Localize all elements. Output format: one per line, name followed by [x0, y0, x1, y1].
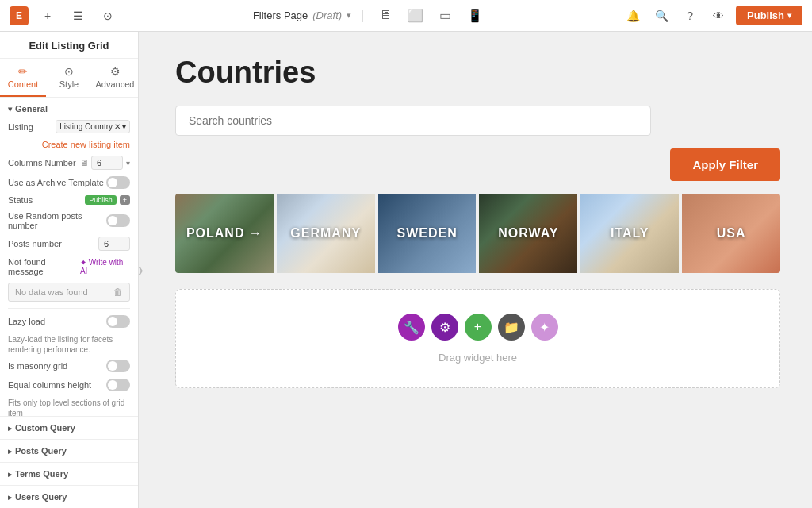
equal-columns-row: Equal columns height — [8, 379, 130, 391]
status-label: Status — [8, 195, 33, 205]
posts-number-row: Posts number — [8, 237, 130, 251]
mobile-icon[interactable]: 📱 — [462, 5, 488, 26]
sidebar-content: General Listing Listing Country ✕ ▾ Crea… — [0, 98, 138, 416]
widget-icon-wrench[interactable]: 🔧 — [398, 314, 425, 341]
page-title-bar: Filters Page (Draft) ▾ — [253, 10, 351, 21]
dropdown-arrow-icon[interactable]: ▾ — [347, 10, 351, 21]
random-posts-row: Use Random posts number — [8, 211, 130, 230]
listing-select[interactable]: Listing Country ✕ ▾ — [56, 120, 130, 133]
masonry-row: Is masonry grid — [8, 360, 130, 372]
posts-number-input[interactable] — [98, 237, 130, 251]
search-icon[interactable]: 🔍 — [650, 5, 672, 27]
help-icon[interactable]: ? — [679, 5, 701, 27]
clear-no-data-icon[interactable]: 🗑 — [113, 287, 123, 298]
add-icon[interactable]: + — [36, 5, 59, 27]
topbar-right: 🔔 🔍 ? 👁 Publish ▾ — [622, 5, 802, 27]
country-card-norway[interactable]: NORWAY — [479, 194, 577, 273]
random-posts-label: Use Random posts number — [8, 211, 106, 230]
page-heading: Countries — [175, 56, 780, 90]
write-with-ai-link[interactable]: ✦ Write with AI — [80, 258, 130, 275]
listing-select-icon: ✕ — [114, 122, 121, 131]
equal-columns-desc: Fits only top level sections of grid ite… — [8, 398, 130, 416]
listing-dropdown-icon: ▾ — [122, 122, 126, 131]
custom-query-section[interactable]: Custom Query — [0, 416, 138, 439]
masonry-toggle[interactable] — [106, 360, 130, 372]
lazy-load-row: Lazy load — [8, 315, 130, 328]
columns-label: Columns Number — [8, 158, 76, 167]
tab-style[interactable]: ⊙ Style — [46, 59, 92, 97]
country-label-usa: USA — [682, 194, 780, 273]
elementor-logo[interactable]: E — [10, 6, 29, 25]
country-label-italy: ITALY — [580, 194, 679, 273]
topbar-left: E + ☰ ⊙ — [10, 5, 119, 27]
columns-desktop-icon: 🖥 — [79, 158, 88, 167]
apply-filter-button[interactable]: Apply Filter — [670, 148, 780, 181]
widget-icons-row: 🔧 ⚙ + 📁 ✦ — [398, 314, 558, 341]
country-card-germany[interactable]: GERMANY — [277, 194, 375, 273]
general-section-title[interactable]: General — [8, 104, 130, 114]
country-label-poland: POLAND → — [175, 194, 274, 273]
tab-content[interactable]: ✏ Content — [0, 59, 46, 97]
country-card-sweden[interactable]: SWEDEN — [378, 194, 477, 273]
publish-dropdown-arrow: ▾ — [787, 11, 791, 20]
search-input[interactable] — [175, 106, 651, 136]
sidebar-resize-handle[interactable] — [139, 32, 144, 508]
archive-toggle[interactable] — [106, 176, 130, 189]
no-data-box: No data was found 🗑 — [8, 283, 130, 302]
eye-icon[interactable]: 👁 — [707, 5, 730, 27]
drag-widget-text: Drag widget here — [439, 352, 517, 364]
country-card-poland[interactable]: POLAND → — [175, 194, 274, 273]
archive-template-row: Use as Archive Template — [8, 176, 130, 189]
listing-label: Listing — [8, 122, 33, 132]
sidebar-header: Edit Listing Grid — [0, 32, 138, 59]
columns-input[interactable] — [91, 156, 123, 170]
widget-drop-zone[interactable]: 🔧 ⚙ + 📁 ✦ Drag widget here — [175, 289, 780, 388]
listing-field-row: Listing Listing Country ✕ ▾ — [8, 120, 130, 133]
archive-template-label: Use as Archive Template — [8, 178, 104, 187]
filter-btn-container: Apply Filter — [175, 148, 780, 181]
widget-icon-gear[interactable]: ⚙ — [431, 314, 458, 341]
users-query-section[interactable]: Users Query — [0, 485, 138, 508]
responsive-icons: 🖥 ⬜ ▭ 📱 — [374, 5, 488, 26]
columns-dropdown-icon[interactable]: ▾ — [126, 159, 130, 167]
publish-button[interactable]: Publish ▾ — [736, 6, 802, 25]
style-tab-icon: ⊙ — [64, 65, 74, 78]
posts-number-label: Posts number — [8, 239, 62, 248]
main-layout: Edit Listing Grid ✏ Content ⊙ Style ⚙ Ad… — [0, 32, 812, 508]
status-row: Status Publish + — [8, 195, 130, 205]
country-card-usa[interactable]: USA — [682, 194, 780, 273]
advanced-tab-icon: ⚙ — [110, 65, 121, 78]
desktop-icon[interactable]: 🖥 — [374, 5, 396, 26]
terms-query-section[interactable]: Terms Query — [0, 462, 138, 485]
settings-icon[interactable]: ⊙ — [97, 5, 119, 27]
tablet-landscape-icon[interactable]: ⬜ — [403, 5, 428, 26]
country-label-germany: GERMANY — [277, 194, 375, 273]
equal-columns-toggle[interactable] — [106, 379, 130, 391]
widget-icon-add[interactable]: + — [465, 314, 492, 341]
widget-icon-folder[interactable]: 📁 — [498, 314, 525, 341]
content-tab-icon: ✏ — [18, 65, 28, 78]
tablet-portrait-icon[interactable]: ▭ — [435, 5, 456, 26]
columns-field-row: Columns Number 🖥 ▾ — [8, 156, 130, 170]
notifications-icon[interactable]: 🔔 — [622, 5, 644, 27]
sidebar: Edit Listing Grid ✏ Content ⊙ Style ⚙ Ad… — [0, 32, 139, 508]
lazy-load-label: Lazy load — [8, 317, 45, 326]
status-add-button[interactable]: + — [120, 195, 130, 205]
list-icon[interactable]: ☰ — [67, 5, 89, 27]
topbar: E + ☰ ⊙ Filters Page (Draft) ▾ 🖥 ⬜ ▭ 📱 🔔… — [0, 0, 812, 32]
posts-query-section[interactable]: Posts Query — [0, 439, 138, 462]
lazy-load-toggle[interactable] — [106, 315, 130, 328]
tab-advanced[interactable]: ⚙ Advanced — [92, 59, 138, 97]
not-found-label: Not found message — [8, 257, 80, 276]
status-badge: Publish — [85, 195, 117, 205]
country-label-sweden: SWEDEN — [378, 194, 477, 273]
sidebar-tabs: ✏ Content ⊙ Style ⚙ Advanced — [0, 59, 138, 98]
lazy-load-desc: Lazy-load the listing for facets renderi… — [8, 334, 130, 355]
topbar-center: Filters Page (Draft) ▾ 🖥 ⬜ ▭ 📱 — [253, 5, 488, 26]
random-posts-toggle[interactable] — [106, 214, 130, 227]
equal-columns-label: Equal columns height — [8, 380, 91, 390]
widget-icon-ai[interactable]: ✦ — [531, 314, 558, 341]
create-listing-link[interactable]: Create new listing item — [8, 140, 130, 149]
country-card-italy[interactable]: ITALY — [580, 194, 679, 273]
masonry-label: Is masonry grid — [8, 361, 67, 371]
